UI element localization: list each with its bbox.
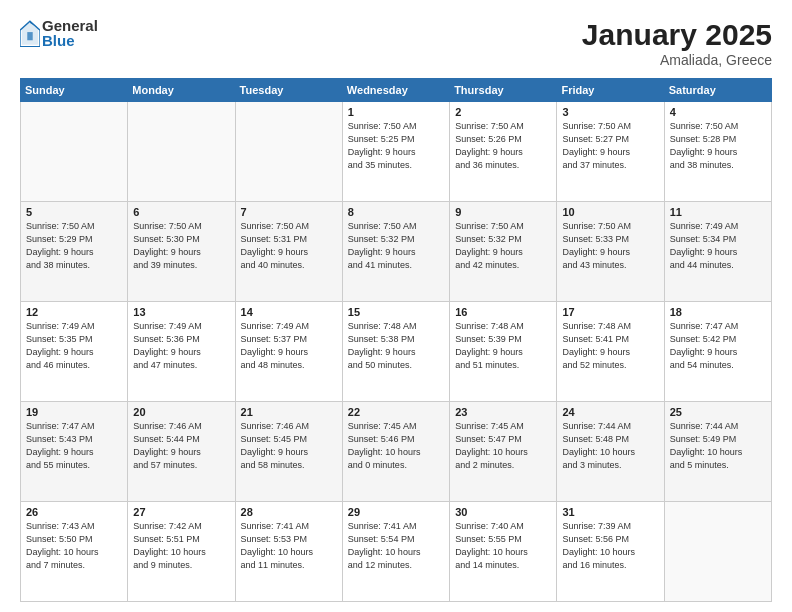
day-info: Sunrise: 7:50 AM Sunset: 5:32 PM Dayligh… — [455, 220, 551, 272]
day-info: Sunrise: 7:48 AM Sunset: 5:39 PM Dayligh… — [455, 320, 551, 372]
table-row: 21Sunrise: 7:46 AM Sunset: 5:45 PM Dayli… — [235, 402, 342, 502]
table-row — [664, 502, 771, 602]
table-row: 28Sunrise: 7:41 AM Sunset: 5:53 PM Dayli… — [235, 502, 342, 602]
day-number: 3 — [562, 106, 658, 118]
day-number: 23 — [455, 406, 551, 418]
table-row: 17Sunrise: 7:48 AM Sunset: 5:41 PM Dayli… — [557, 302, 664, 402]
calendar-week-row: 5Sunrise: 7:50 AM Sunset: 5:29 PM Daylig… — [21, 202, 772, 302]
logo-blue-text: Blue — [42, 33, 98, 48]
day-info: Sunrise: 7:39 AM Sunset: 5:56 PM Dayligh… — [562, 520, 658, 572]
calendar-week-row: 19Sunrise: 7:47 AM Sunset: 5:43 PM Dayli… — [21, 402, 772, 502]
table-row: 10Sunrise: 7:50 AM Sunset: 5:33 PM Dayli… — [557, 202, 664, 302]
table-row: 1Sunrise: 7:50 AM Sunset: 5:25 PM Daylig… — [342, 102, 449, 202]
table-row: 9Sunrise: 7:50 AM Sunset: 5:32 PM Daylig… — [450, 202, 557, 302]
table-row: 11Sunrise: 7:49 AM Sunset: 5:34 PM Dayli… — [664, 202, 771, 302]
table-row: 26Sunrise: 7:43 AM Sunset: 5:50 PM Dayli… — [21, 502, 128, 602]
table-row: 29Sunrise: 7:41 AM Sunset: 5:54 PM Dayli… — [342, 502, 449, 602]
day-info: Sunrise: 7:45 AM Sunset: 5:47 PM Dayligh… — [455, 420, 551, 472]
logo: General Blue — [20, 18, 98, 48]
table-row — [21, 102, 128, 202]
day-info: Sunrise: 7:44 AM Sunset: 5:48 PM Dayligh… — [562, 420, 658, 472]
day-number: 16 — [455, 306, 551, 318]
day-number: 24 — [562, 406, 658, 418]
col-thursday: Thursday — [450, 79, 557, 102]
day-info: Sunrise: 7:50 AM Sunset: 5:31 PM Dayligh… — [241, 220, 337, 272]
table-row: 6Sunrise: 7:50 AM Sunset: 5:30 PM Daylig… — [128, 202, 235, 302]
calendar-table: Sunday Monday Tuesday Wednesday Thursday… — [20, 78, 772, 602]
day-info: Sunrise: 7:50 AM Sunset: 5:30 PM Dayligh… — [133, 220, 229, 272]
day-info: Sunrise: 7:49 AM Sunset: 5:36 PM Dayligh… — [133, 320, 229, 372]
logo-general-text: General — [42, 18, 98, 33]
day-number: 12 — [26, 306, 122, 318]
day-info: Sunrise: 7:50 AM Sunset: 5:28 PM Dayligh… — [670, 120, 766, 172]
table-row: 3Sunrise: 7:50 AM Sunset: 5:27 PM Daylig… — [557, 102, 664, 202]
col-saturday: Saturday — [664, 79, 771, 102]
day-info: Sunrise: 7:48 AM Sunset: 5:41 PM Dayligh… — [562, 320, 658, 372]
day-number: 5 — [26, 206, 122, 218]
table-row: 30Sunrise: 7:40 AM Sunset: 5:55 PM Dayli… — [450, 502, 557, 602]
day-info: Sunrise: 7:46 AM Sunset: 5:45 PM Dayligh… — [241, 420, 337, 472]
day-number: 9 — [455, 206, 551, 218]
table-row: 18Sunrise: 7:47 AM Sunset: 5:42 PM Dayli… — [664, 302, 771, 402]
day-info: Sunrise: 7:47 AM Sunset: 5:42 PM Dayligh… — [670, 320, 766, 372]
day-number: 20 — [133, 406, 229, 418]
col-monday: Monday — [128, 79, 235, 102]
day-info: Sunrise: 7:49 AM Sunset: 5:34 PM Dayligh… — [670, 220, 766, 272]
calendar-page: General Blue January 2025 Amaliada, Gree… — [0, 0, 792, 612]
day-number: 13 — [133, 306, 229, 318]
day-info: Sunrise: 7:43 AM Sunset: 5:50 PM Dayligh… — [26, 520, 122, 572]
day-number: 21 — [241, 406, 337, 418]
day-number: 18 — [670, 306, 766, 318]
day-number: 29 — [348, 506, 444, 518]
col-friday: Friday — [557, 79, 664, 102]
table-row: 12Sunrise: 7:49 AM Sunset: 5:35 PM Dayli… — [21, 302, 128, 402]
calendar-week-row: 1Sunrise: 7:50 AM Sunset: 5:25 PM Daylig… — [21, 102, 772, 202]
day-info: Sunrise: 7:42 AM Sunset: 5:51 PM Dayligh… — [133, 520, 229, 572]
table-row: 20Sunrise: 7:46 AM Sunset: 5:44 PM Dayli… — [128, 402, 235, 502]
table-row: 19Sunrise: 7:47 AM Sunset: 5:43 PM Dayli… — [21, 402, 128, 502]
table-row: 5Sunrise: 7:50 AM Sunset: 5:29 PM Daylig… — [21, 202, 128, 302]
day-number: 22 — [348, 406, 444, 418]
day-info: Sunrise: 7:49 AM Sunset: 5:35 PM Dayligh… — [26, 320, 122, 372]
month-title: January 2025 — [582, 18, 772, 52]
day-number: 8 — [348, 206, 444, 218]
table-row: 27Sunrise: 7:42 AM Sunset: 5:51 PM Dayli… — [128, 502, 235, 602]
weekday-header-row: Sunday Monday Tuesday Wednesday Thursday… — [21, 79, 772, 102]
table-row: 25Sunrise: 7:44 AM Sunset: 5:49 PM Dayli… — [664, 402, 771, 502]
day-info: Sunrise: 7:50 AM Sunset: 5:27 PM Dayligh… — [562, 120, 658, 172]
day-info: Sunrise: 7:50 AM Sunset: 5:29 PM Dayligh… — [26, 220, 122, 272]
calendar-week-row: 26Sunrise: 7:43 AM Sunset: 5:50 PM Dayli… — [21, 502, 772, 602]
day-number: 31 — [562, 506, 658, 518]
calendar-week-row: 12Sunrise: 7:49 AM Sunset: 5:35 PM Dayli… — [21, 302, 772, 402]
day-number: 10 — [562, 206, 658, 218]
table-row: 4Sunrise: 7:50 AM Sunset: 5:28 PM Daylig… — [664, 102, 771, 202]
title-block: January 2025 Amaliada, Greece — [582, 18, 772, 68]
day-info: Sunrise: 7:49 AM Sunset: 5:37 PM Dayligh… — [241, 320, 337, 372]
day-info: Sunrise: 7:45 AM Sunset: 5:46 PM Dayligh… — [348, 420, 444, 472]
location-text: Amaliada, Greece — [582, 52, 772, 68]
table-row: 7Sunrise: 7:50 AM Sunset: 5:31 PM Daylig… — [235, 202, 342, 302]
day-info: Sunrise: 7:47 AM Sunset: 5:43 PM Dayligh… — [26, 420, 122, 472]
day-info: Sunrise: 7:46 AM Sunset: 5:44 PM Dayligh… — [133, 420, 229, 472]
day-number: 28 — [241, 506, 337, 518]
day-number: 11 — [670, 206, 766, 218]
table-row: 31Sunrise: 7:39 AM Sunset: 5:56 PM Dayli… — [557, 502, 664, 602]
day-info: Sunrise: 7:44 AM Sunset: 5:49 PM Dayligh… — [670, 420, 766, 472]
day-number: 1 — [348, 106, 444, 118]
day-number: 17 — [562, 306, 658, 318]
day-number: 2 — [455, 106, 551, 118]
page-header: General Blue January 2025 Amaliada, Gree… — [20, 18, 772, 68]
table-row — [235, 102, 342, 202]
day-number: 25 — [670, 406, 766, 418]
table-row: 14Sunrise: 7:49 AM Sunset: 5:37 PM Dayli… — [235, 302, 342, 402]
day-info: Sunrise: 7:50 AM Sunset: 5:25 PM Dayligh… — [348, 120, 444, 172]
calendar-header: Sunday Monday Tuesday Wednesday Thursday… — [21, 79, 772, 102]
day-info: Sunrise: 7:41 AM Sunset: 5:53 PM Dayligh… — [241, 520, 337, 572]
day-info: Sunrise: 7:50 AM Sunset: 5:33 PM Dayligh… — [562, 220, 658, 272]
table-row: 15Sunrise: 7:48 AM Sunset: 5:38 PM Dayli… — [342, 302, 449, 402]
col-sunday: Sunday — [21, 79, 128, 102]
table-row — [128, 102, 235, 202]
logo-text: General Blue — [42, 18, 98, 48]
table-row: 2Sunrise: 7:50 AM Sunset: 5:26 PM Daylig… — [450, 102, 557, 202]
table-row: 22Sunrise: 7:45 AM Sunset: 5:46 PM Dayli… — [342, 402, 449, 502]
